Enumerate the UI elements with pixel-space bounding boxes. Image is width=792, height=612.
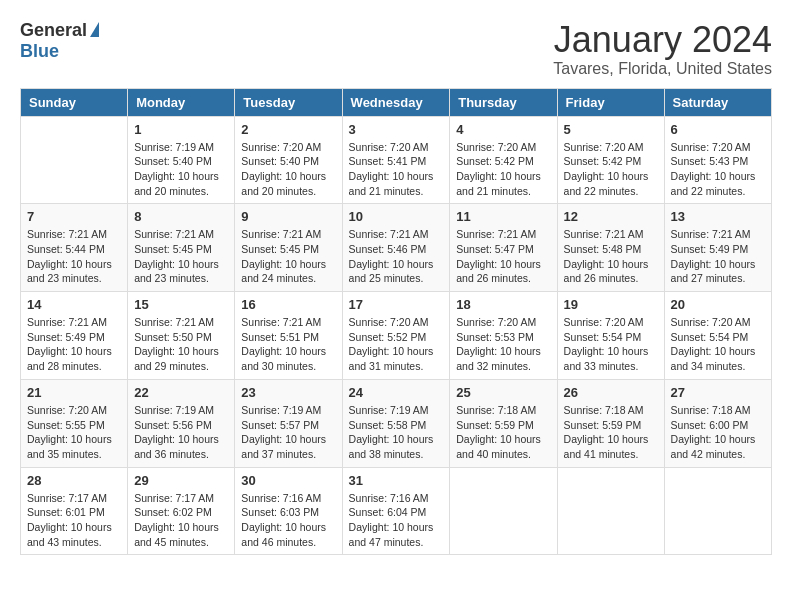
calendar-cell bbox=[557, 467, 664, 555]
day-number: 6 bbox=[671, 122, 765, 137]
calendar-cell: 22Sunrise: 7:19 AMSunset: 5:56 PMDayligh… bbox=[128, 379, 235, 467]
calendar-cell: 4Sunrise: 7:20 AMSunset: 5:42 PMDaylight… bbox=[450, 116, 557, 204]
day-number: 30 bbox=[241, 473, 335, 488]
calendar-week-2: 7Sunrise: 7:21 AMSunset: 5:44 PMDaylight… bbox=[21, 204, 772, 292]
day-number: 13 bbox=[671, 209, 765, 224]
calendar-cell: 30Sunrise: 7:16 AMSunset: 6:03 PMDayligh… bbox=[235, 467, 342, 555]
day-number: 22 bbox=[134, 385, 228, 400]
day-number: 21 bbox=[27, 385, 121, 400]
calendar-cell: 11Sunrise: 7:21 AMSunset: 5:47 PMDayligh… bbox=[450, 204, 557, 292]
day-number: 7 bbox=[27, 209, 121, 224]
day-info: Sunrise: 7:21 AMSunset: 5:50 PMDaylight:… bbox=[134, 315, 228, 374]
logo-icon bbox=[90, 22, 99, 37]
weekday-header-wednesday: Wednesday bbox=[342, 88, 450, 116]
calendar-cell: 5Sunrise: 7:20 AMSunset: 5:42 PMDaylight… bbox=[557, 116, 664, 204]
day-info: Sunrise: 7:20 AMSunset: 5:52 PMDaylight:… bbox=[349, 315, 444, 374]
day-info: Sunrise: 7:21 AMSunset: 5:51 PMDaylight:… bbox=[241, 315, 335, 374]
day-number: 26 bbox=[564, 385, 658, 400]
day-info: Sunrise: 7:21 AMSunset: 5:45 PMDaylight:… bbox=[241, 227, 335, 286]
day-info: Sunrise: 7:20 AMSunset: 5:40 PMDaylight:… bbox=[241, 140, 335, 199]
day-number: 20 bbox=[671, 297, 765, 312]
day-number: 15 bbox=[134, 297, 228, 312]
day-info: Sunrise: 7:16 AMSunset: 6:03 PMDaylight:… bbox=[241, 491, 335, 550]
day-info: Sunrise: 7:21 AMSunset: 5:48 PMDaylight:… bbox=[564, 227, 658, 286]
calendar-cell: 21Sunrise: 7:20 AMSunset: 5:55 PMDayligh… bbox=[21, 379, 128, 467]
day-info: Sunrise: 7:21 AMSunset: 5:45 PMDaylight:… bbox=[134, 227, 228, 286]
day-info: Sunrise: 7:21 AMSunset: 5:49 PMDaylight:… bbox=[27, 315, 121, 374]
day-info: Sunrise: 7:17 AMSunset: 6:01 PMDaylight:… bbox=[27, 491, 121, 550]
calendar-cell: 23Sunrise: 7:19 AMSunset: 5:57 PMDayligh… bbox=[235, 379, 342, 467]
logo-general-text: General bbox=[20, 20, 87, 41]
page-title: January 2024 bbox=[553, 20, 772, 60]
weekday-header-sunday: Sunday bbox=[21, 88, 128, 116]
calendar-header-row: SundayMondayTuesdayWednesdayThursdayFrid… bbox=[21, 88, 772, 116]
day-number: 18 bbox=[456, 297, 550, 312]
calendar-cell bbox=[664, 467, 771, 555]
day-number: 27 bbox=[671, 385, 765, 400]
day-info: Sunrise: 7:21 AMSunset: 5:44 PMDaylight:… bbox=[27, 227, 121, 286]
day-number: 9 bbox=[241, 209, 335, 224]
calendar-cell: 16Sunrise: 7:21 AMSunset: 5:51 PMDayligh… bbox=[235, 292, 342, 380]
day-info: Sunrise: 7:19 AMSunset: 5:56 PMDaylight:… bbox=[134, 403, 228, 462]
calendar-cell: 10Sunrise: 7:21 AMSunset: 5:46 PMDayligh… bbox=[342, 204, 450, 292]
day-number: 23 bbox=[241, 385, 335, 400]
weekday-header-saturday: Saturday bbox=[664, 88, 771, 116]
title-section: January 2024 Tavares, Florida, United St… bbox=[553, 20, 772, 78]
calendar-week-1: 1Sunrise: 7:19 AMSunset: 5:40 PMDaylight… bbox=[21, 116, 772, 204]
calendar-table: SundayMondayTuesdayWednesdayThursdayFrid… bbox=[20, 88, 772, 556]
day-info: Sunrise: 7:19 AMSunset: 5:40 PMDaylight:… bbox=[134, 140, 228, 199]
day-info: Sunrise: 7:19 AMSunset: 5:57 PMDaylight:… bbox=[241, 403, 335, 462]
day-number: 14 bbox=[27, 297, 121, 312]
day-number: 24 bbox=[349, 385, 444, 400]
calendar-cell: 25Sunrise: 7:18 AMSunset: 5:59 PMDayligh… bbox=[450, 379, 557, 467]
day-info: Sunrise: 7:21 AMSunset: 5:49 PMDaylight:… bbox=[671, 227, 765, 286]
day-info: Sunrise: 7:18 AMSunset: 5:59 PMDaylight:… bbox=[456, 403, 550, 462]
day-number: 28 bbox=[27, 473, 121, 488]
calendar-cell: 14Sunrise: 7:21 AMSunset: 5:49 PMDayligh… bbox=[21, 292, 128, 380]
calendar-cell: 26Sunrise: 7:18 AMSunset: 5:59 PMDayligh… bbox=[557, 379, 664, 467]
logo-blue-text: Blue bbox=[20, 41, 59, 61]
calendar-cell: 24Sunrise: 7:19 AMSunset: 5:58 PMDayligh… bbox=[342, 379, 450, 467]
calendar-cell: 8Sunrise: 7:21 AMSunset: 5:45 PMDaylight… bbox=[128, 204, 235, 292]
page-header: General Blue January 2024 Tavares, Flori… bbox=[20, 20, 772, 78]
calendar-cell bbox=[450, 467, 557, 555]
weekday-header-tuesday: Tuesday bbox=[235, 88, 342, 116]
day-number: 8 bbox=[134, 209, 228, 224]
logo: General Blue bbox=[20, 20, 99, 62]
day-info: Sunrise: 7:18 AMSunset: 5:59 PMDaylight:… bbox=[564, 403, 658, 462]
day-info: Sunrise: 7:19 AMSunset: 5:58 PMDaylight:… bbox=[349, 403, 444, 462]
day-number: 16 bbox=[241, 297, 335, 312]
calendar-cell: 27Sunrise: 7:18 AMSunset: 6:00 PMDayligh… bbox=[664, 379, 771, 467]
calendar-cell: 18Sunrise: 7:20 AMSunset: 5:53 PMDayligh… bbox=[450, 292, 557, 380]
calendar-cell: 28Sunrise: 7:17 AMSunset: 6:01 PMDayligh… bbox=[21, 467, 128, 555]
day-info: Sunrise: 7:20 AMSunset: 5:41 PMDaylight:… bbox=[349, 140, 444, 199]
day-number: 17 bbox=[349, 297, 444, 312]
calendar-week-4: 21Sunrise: 7:20 AMSunset: 5:55 PMDayligh… bbox=[21, 379, 772, 467]
day-number: 4 bbox=[456, 122, 550, 137]
day-info: Sunrise: 7:17 AMSunset: 6:02 PMDaylight:… bbox=[134, 491, 228, 550]
day-info: Sunrise: 7:20 AMSunset: 5:54 PMDaylight:… bbox=[564, 315, 658, 374]
weekday-header-friday: Friday bbox=[557, 88, 664, 116]
calendar-cell: 19Sunrise: 7:20 AMSunset: 5:54 PMDayligh… bbox=[557, 292, 664, 380]
day-info: Sunrise: 7:20 AMSunset: 5:55 PMDaylight:… bbox=[27, 403, 121, 462]
day-info: Sunrise: 7:21 AMSunset: 5:46 PMDaylight:… bbox=[349, 227, 444, 286]
day-number: 19 bbox=[564, 297, 658, 312]
day-number: 1 bbox=[134, 122, 228, 137]
calendar-cell: 29Sunrise: 7:17 AMSunset: 6:02 PMDayligh… bbox=[128, 467, 235, 555]
day-number: 3 bbox=[349, 122, 444, 137]
day-info: Sunrise: 7:20 AMSunset: 5:42 PMDaylight:… bbox=[456, 140, 550, 199]
calendar-cell: 20Sunrise: 7:20 AMSunset: 5:54 PMDayligh… bbox=[664, 292, 771, 380]
calendar-week-3: 14Sunrise: 7:21 AMSunset: 5:49 PMDayligh… bbox=[21, 292, 772, 380]
day-number: 31 bbox=[349, 473, 444, 488]
day-info: Sunrise: 7:20 AMSunset: 5:42 PMDaylight:… bbox=[564, 140, 658, 199]
calendar-cell: 17Sunrise: 7:20 AMSunset: 5:52 PMDayligh… bbox=[342, 292, 450, 380]
calendar-cell: 1Sunrise: 7:19 AMSunset: 5:40 PMDaylight… bbox=[128, 116, 235, 204]
day-info: Sunrise: 7:20 AMSunset: 5:54 PMDaylight:… bbox=[671, 315, 765, 374]
day-number: 10 bbox=[349, 209, 444, 224]
day-number: 25 bbox=[456, 385, 550, 400]
day-number: 5 bbox=[564, 122, 658, 137]
weekday-header-thursday: Thursday bbox=[450, 88, 557, 116]
day-number: 2 bbox=[241, 122, 335, 137]
calendar-cell: 9Sunrise: 7:21 AMSunset: 5:45 PMDaylight… bbox=[235, 204, 342, 292]
calendar-cell: 6Sunrise: 7:20 AMSunset: 5:43 PMDaylight… bbox=[664, 116, 771, 204]
